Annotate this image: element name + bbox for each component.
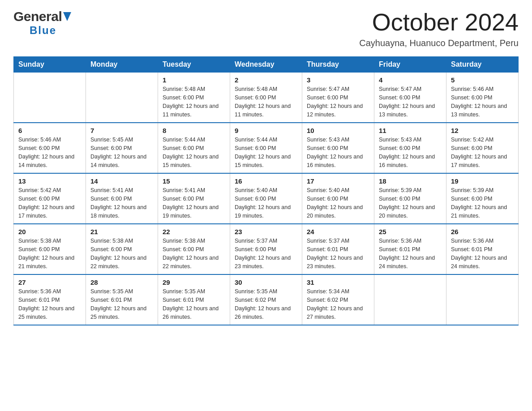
day-info: Sunrise: 5:37 AMSunset: 6:01 PMDaylight:…: [307, 237, 369, 270]
calendar-week-row: 13Sunrise: 5:42 AMSunset: 6:00 PMDayligh…: [14, 173, 519, 224]
table-row: 1Sunrise: 5:48 AMSunset: 6:00 PMDaylight…: [158, 73, 230, 123]
day-number: 22: [163, 228, 225, 235]
day-info: Sunrise: 5:48 AMSunset: 6:00 PMDaylight:…: [235, 85, 297, 119]
table-row: 5Sunrise: 5:46 AMSunset: 6:00 PMDaylight…: [446, 73, 519, 123]
table-row: 2Sunrise: 5:48 AMSunset: 6:00 PMDaylight…: [230, 73, 302, 123]
table-row: 10Sunrise: 5:43 AMSunset: 6:00 PMDayligh…: [302, 123, 374, 173]
table-row: 14Sunrise: 5:41 AMSunset: 6:00 PMDayligh…: [86, 173, 158, 224]
day-info: Sunrise: 5:47 AMSunset: 6:00 PMDaylight:…: [379, 85, 442, 119]
header-tuesday: Tuesday: [158, 57, 230, 73]
day-number: 11: [379, 127, 442, 134]
logo: General Blue: [13, 9, 71, 37]
calendar-week-row: 6Sunrise: 5:46 AMSunset: 6:00 PMDaylight…: [14, 123, 519, 173]
day-number: 13: [18, 177, 81, 185]
table-row: 22Sunrise: 5:38 AMSunset: 6:00 PMDayligh…: [158, 224, 230, 274]
table-row: 11Sunrise: 5:43 AMSunset: 6:00 PMDayligh…: [374, 123, 446, 173]
day-number: 1: [163, 76, 225, 84]
day-number: 16: [235, 177, 297, 185]
day-number: 12: [451, 127, 514, 134]
table-row: [374, 274, 446, 325]
day-info: Sunrise: 5:43 AMSunset: 6:00 PMDaylight:…: [307, 136, 369, 169]
day-number: 30: [235, 278, 297, 286]
day-info: Sunrise: 5:36 AMSunset: 6:01 PMDaylight:…: [18, 287, 81, 321]
day-info: Sunrise: 5:38 AMSunset: 6:00 PMDaylight:…: [90, 237, 153, 270]
calendar-table: Sunday Monday Tuesday Wednesday Thursday…: [13, 56, 519, 325]
weekday-header-row: Sunday Monday Tuesday Wednesday Thursday…: [14, 57, 519, 73]
day-number: 2: [235, 76, 297, 84]
table-row: 17Sunrise: 5:40 AMSunset: 6:00 PMDayligh…: [302, 173, 374, 224]
header-sunday: Sunday: [14, 57, 86, 73]
day-info: Sunrise: 5:38 AMSunset: 6:00 PMDaylight:…: [163, 237, 225, 270]
day-number: 14: [90, 177, 153, 185]
day-info: Sunrise: 5:36 AMSunset: 6:01 PMDaylight:…: [451, 237, 514, 270]
calendar-body: 1Sunrise: 5:48 AMSunset: 6:00 PMDaylight…: [14, 73, 519, 325]
day-number: 28: [90, 278, 153, 286]
table-row: 13Sunrise: 5:42 AMSunset: 6:00 PMDayligh…: [14, 173, 86, 224]
day-info: Sunrise: 5:35 AMSunset: 6:01 PMDaylight:…: [163, 287, 225, 321]
day-number: 31: [307, 278, 369, 286]
logo-triangle-icon: [63, 12, 71, 23]
day-number: 15: [163, 177, 225, 185]
day-info: Sunrise: 5:37 AMSunset: 6:00 PMDaylight:…: [235, 237, 297, 270]
table-row: 25Sunrise: 5:36 AMSunset: 6:01 PMDayligh…: [374, 224, 446, 274]
day-info: Sunrise: 5:42 AMSunset: 6:00 PMDaylight:…: [451, 136, 514, 169]
calendar-week-row: 27Sunrise: 5:36 AMSunset: 6:01 PMDayligh…: [14, 274, 519, 325]
table-row: [14, 73, 86, 123]
table-row: 20Sunrise: 5:38 AMSunset: 6:00 PMDayligh…: [14, 224, 86, 274]
day-number: 19: [451, 177, 514, 185]
table-row: 21Sunrise: 5:38 AMSunset: 6:00 PMDayligh…: [86, 224, 158, 274]
day-number: 3: [307, 76, 369, 84]
table-row: 31Sunrise: 5:34 AMSunset: 6:02 PMDayligh…: [302, 274, 374, 325]
table-row: 29Sunrise: 5:35 AMSunset: 6:01 PMDayligh…: [158, 274, 230, 325]
day-info: Sunrise: 5:39 AMSunset: 6:00 PMDaylight:…: [451, 186, 514, 220]
day-info: Sunrise: 5:38 AMSunset: 6:00 PMDaylight:…: [18, 237, 81, 270]
day-number: 24: [307, 228, 369, 235]
table-row: 15Sunrise: 5:41 AMSunset: 6:00 PMDayligh…: [158, 173, 230, 224]
table-row: [86, 73, 158, 123]
table-row: 19Sunrise: 5:39 AMSunset: 6:00 PMDayligh…: [446, 173, 519, 224]
table-row: [446, 274, 519, 325]
table-row: 18Sunrise: 5:39 AMSunset: 6:00 PMDayligh…: [374, 173, 446, 224]
table-row: 4Sunrise: 5:47 AMSunset: 6:00 PMDaylight…: [374, 73, 446, 123]
day-info: Sunrise: 5:40 AMSunset: 6:00 PMDaylight:…: [307, 186, 369, 220]
header-friday: Friday: [374, 57, 446, 73]
logo-blue-text: Blue: [30, 24, 56, 36]
day-number: 8: [163, 127, 225, 134]
day-number: 18: [379, 177, 442, 185]
day-number: 23: [235, 228, 297, 235]
day-info: Sunrise: 5:42 AMSunset: 6:00 PMDaylight:…: [18, 186, 81, 220]
title-area: October 2024 Cayhuayna, Huanuco Departme…: [359, 9, 519, 48]
table-row: 8Sunrise: 5:44 AMSunset: 6:00 PMDaylight…: [158, 123, 230, 173]
table-row: 6Sunrise: 5:46 AMSunset: 6:00 PMDaylight…: [14, 123, 86, 173]
day-info: Sunrise: 5:46 AMSunset: 6:00 PMDaylight:…: [451, 85, 514, 119]
day-info: Sunrise: 5:44 AMSunset: 6:00 PMDaylight:…: [163, 136, 225, 169]
logo-general-text: General: [13, 9, 62, 24]
day-number: 17: [307, 177, 369, 185]
day-number: 4: [379, 76, 442, 84]
day-info: Sunrise: 5:44 AMSunset: 6:00 PMDaylight:…: [235, 136, 297, 169]
table-row: 24Sunrise: 5:37 AMSunset: 6:01 PMDayligh…: [302, 224, 374, 274]
table-row: 26Sunrise: 5:36 AMSunset: 6:01 PMDayligh…: [446, 224, 519, 274]
day-number: 10: [307, 127, 369, 134]
day-info: Sunrise: 5:47 AMSunset: 6:00 PMDaylight:…: [307, 85, 369, 119]
table-row: 7Sunrise: 5:45 AMSunset: 6:00 PMDaylight…: [86, 123, 158, 173]
table-row: 28Sunrise: 5:35 AMSunset: 6:01 PMDayligh…: [86, 274, 158, 325]
day-info: Sunrise: 5:39 AMSunset: 6:00 PMDaylight:…: [379, 186, 442, 220]
table-row: 27Sunrise: 5:36 AMSunset: 6:01 PMDayligh…: [14, 274, 86, 325]
header-thursday: Thursday: [302, 57, 374, 73]
day-info: Sunrise: 5:43 AMSunset: 6:00 PMDaylight:…: [379, 136, 442, 169]
header-saturday: Saturday: [446, 57, 519, 73]
table-row: 30Sunrise: 5:35 AMSunset: 6:02 PMDayligh…: [230, 274, 302, 325]
day-info: Sunrise: 5:41 AMSunset: 6:00 PMDaylight:…: [163, 186, 225, 220]
header-wednesday: Wednesday: [230, 57, 302, 73]
day-info: Sunrise: 5:48 AMSunset: 6:00 PMDaylight:…: [163, 85, 225, 119]
day-number: 6: [18, 127, 81, 134]
day-info: Sunrise: 5:36 AMSunset: 6:01 PMDaylight:…: [379, 237, 442, 270]
calendar-week-row: 1Sunrise: 5:48 AMSunset: 6:00 PMDaylight…: [14, 73, 519, 123]
table-row: 16Sunrise: 5:40 AMSunset: 6:00 PMDayligh…: [230, 173, 302, 224]
day-number: 29: [163, 278, 225, 286]
header-monday: Monday: [86, 57, 158, 73]
day-info: Sunrise: 5:45 AMSunset: 6:00 PMDaylight:…: [90, 136, 153, 169]
day-info: Sunrise: 5:35 AMSunset: 6:02 PMDaylight:…: [235, 287, 297, 321]
day-info: Sunrise: 5:41 AMSunset: 6:00 PMDaylight:…: [90, 186, 153, 220]
